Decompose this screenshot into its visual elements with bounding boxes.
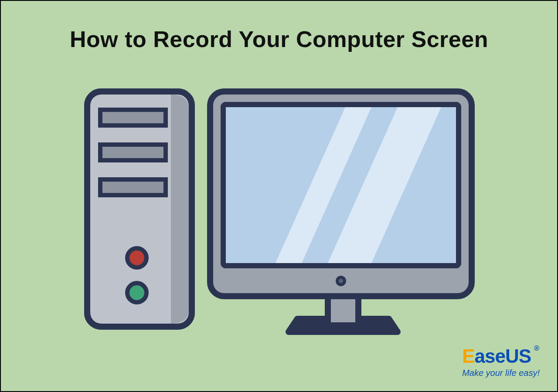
page-title: How to Record Your Computer Screen	[1, 26, 557, 52]
brand-letter-e: E	[462, 345, 474, 367]
svg-rect-4	[100, 179, 166, 195]
brand-wordmark: EaseUS ®	[462, 345, 531, 367]
svg-point-5	[127, 248, 146, 267]
tower-icon	[87, 91, 192, 327]
monitor-icon	[210, 91, 472, 332]
registered-icon: ®	[534, 345, 539, 352]
desktop-computer-icon	[84, 88, 476, 345]
svg-point-6	[127, 283, 146, 302]
brand-text-us: US	[505, 345, 531, 367]
svg-point-15	[339, 279, 343, 283]
brand-tagline: Make your life easy!	[462, 368, 540, 378]
brand-text-ase: ase	[475, 345, 505, 367]
svg-rect-2	[100, 110, 166, 125]
svg-rect-3	[100, 145, 166, 160]
brand-logo: EaseUS ® Make your life easy!	[462, 345, 540, 378]
